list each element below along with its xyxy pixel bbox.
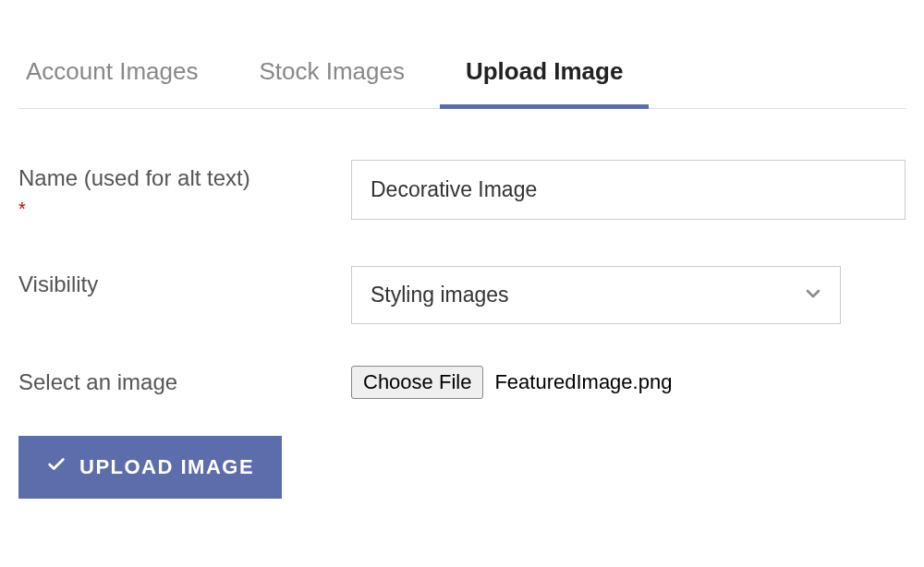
name-field-col xyxy=(351,160,906,220)
visibility-select-wrap: Styling images xyxy=(351,266,841,324)
visibility-select[interactable]: Styling images xyxy=(351,266,841,324)
visibility-label-col: Visibility xyxy=(18,266,351,297)
required-mark: * xyxy=(18,199,351,220)
upload-button-label: Upload Image xyxy=(79,455,254,479)
check-icon xyxy=(46,454,67,480)
file-picker-row: Choose File FeaturedImage.png xyxy=(351,366,906,399)
name-label: Name (used for alt text) xyxy=(18,165,250,190)
choose-file-button[interactable]: Choose File xyxy=(351,366,483,399)
row-visibility: Visibility Styling images xyxy=(18,266,906,324)
tab-account-images[interactable]: Account Images xyxy=(18,46,205,108)
selected-file-name: FeaturedImage.png xyxy=(494,370,672,394)
name-input[interactable] xyxy=(351,160,906,220)
visibility-field-col: Styling images xyxy=(351,266,906,324)
select-image-label-col: Select an image xyxy=(18,366,351,395)
tab-upload-image[interactable]: Upload Image xyxy=(458,46,630,108)
tab-stock-images[interactable]: Stock Images xyxy=(251,46,412,108)
upload-image-button[interactable]: Upload Image xyxy=(18,436,282,499)
select-image-field-col: Choose File FeaturedImage.png xyxy=(351,366,906,399)
row-select-image: Select an image Choose File FeaturedImag… xyxy=(18,366,906,399)
upload-form: Name (used for alt text) * Visibility St… xyxy=(18,160,906,499)
name-label-col: Name (used for alt text) * xyxy=(18,160,351,220)
row-name: Name (used for alt text) * xyxy=(18,160,906,220)
tabs-bar: Account Images Stock Images Upload Image xyxy=(18,46,906,109)
visibility-label: Visibility xyxy=(18,271,98,296)
visibility-selected-value: Styling images xyxy=(371,283,509,308)
select-image-label: Select an image xyxy=(18,369,177,394)
